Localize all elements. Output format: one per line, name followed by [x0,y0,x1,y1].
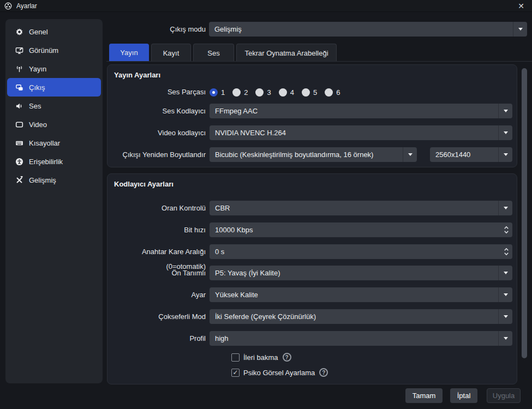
chevron-down-icon [504,272,508,274]
chevron-down-icon [504,110,508,112]
obs-logo-icon [4,2,12,10]
audio-track-radios: 1 2 3 4 5 6 [210,88,340,97]
video-encoder-select[interactable]: NVIDIA NVENC H.264 [210,125,512,140]
tab-yayin[interactable]: Yayın [109,44,149,62]
video-encoder-label: Video kodlayıcı [107,125,206,140]
sidebar-item-kisayollar[interactable]: Kısayollar [7,134,101,152]
tab-kayit[interactable]: Kayıt [151,44,191,62]
settings-window: Ayarlar ✕ Genel Görünüm Yayın Çıkış [0,0,532,409]
window-title: Ayarlar [16,2,37,10]
sidebar-item-yayin[interactable]: Yayın [7,59,101,78]
broadcast-icon [15,64,23,73]
output-mode-label: Çıkış modu [0,22,206,37]
sidebar-item-gelismis[interactable]: Gelişmiş [7,171,101,189]
preset-label: Ön Tanımlı [107,266,206,280]
profile-select[interactable]: high [210,331,512,346]
sidebar-item-label: Erişebilirlik [29,158,63,166]
rescale-label: Çıkışı Yeniden Boyutlandır [107,147,206,162]
radio-track-1[interactable]: 1 [210,88,225,97]
radio-icon [325,88,333,97]
radio-icon [302,88,310,97]
audio-encoder-select[interactable]: FFmpeg AAC [210,104,512,118]
titlebar[interactable]: Ayarlar ✕ [0,0,532,12]
radio-track-4[interactable]: 4 [279,88,294,97]
radio-icon [255,88,264,97]
output-tabs: Yayın Kayıt Ses Tekrar Oynatma Arabelleğ… [109,44,337,62]
radio-icon [232,88,241,97]
help-icon[interactable]: ? [283,353,291,362]
group-title: Yayın Ayarları [114,71,160,79]
spin-up-icon[interactable] [504,226,509,229]
sidebar-item-label: Video [29,121,47,129]
rescale-resolution-select[interactable]: 2560x1440 [430,147,512,162]
cancel-button[interactable]: İptal [450,388,477,403]
streaming-settings-group: Yayın Ayarları Ses Parçası 1 2 3 4 5 6 S… [107,64,517,167]
chevron-down-icon [408,153,413,156]
sidebar-item-video[interactable]: Video [7,115,101,134]
audio-encoder-label: Ses Kodlayıcı [107,104,206,118]
spin-up-icon[interactable] [504,248,509,251]
monitor-icon [15,120,23,129]
ok-button[interactable]: Tamam [405,388,443,403]
sidebar-item-label: Kısayollar [29,139,60,147]
radio-track-3[interactable]: 3 [255,88,271,97]
encoder-settings-group: Kodlayıcı Ayarları Oran Kontrolü CBR Bit… [107,173,517,384]
sidebar-item-label: Gelişmiş [29,176,56,184]
tools-icon [15,176,23,184]
psycho-visual-row: Psiko Görsel Ayarlama ? [231,368,328,377]
tab-pane-divider [106,61,532,62]
bitrate-stepper[interactable]: 10000 Kbps [210,222,512,237]
tuning-label: Ayar [107,287,206,302]
radio-icon [279,88,287,97]
vertical-scrollbar[interactable] [522,68,527,358]
lookahead-label: İleri bakma [243,353,278,362]
help-icon[interactable]: ? [319,368,328,377]
lookahead-checkbox[interactable] [231,353,240,362]
apply-button: Uygula [487,388,521,403]
accessibility-icon [15,157,23,166]
chevron-down-icon [504,293,508,296]
psycho-visual-label: Psiko Görsel Ayarlama [243,369,315,377]
close-icon[interactable]: ✕ [516,1,527,11]
chevron-down-icon [504,131,508,134]
bitrate-label: Bit hızı [107,222,206,237]
multipass-select[interactable]: İki Seferde (Çeyrek Çözünürlük) [210,309,512,324]
sidebar-item-cikis[interactable]: Çıkış [7,78,101,97]
tab-ses[interactable]: Ses [193,44,234,62]
tab-tekrar-oynatma[interactable]: Tekrar Oynatma Arabelleği [236,44,337,62]
sidebar-item-label: Çıkış [29,83,45,92]
chevron-down-icon [518,28,523,31]
chevron-down-icon [504,337,508,340]
sidebar-item-label: Ses [29,102,41,110]
chevron-down-icon [504,207,508,209]
rescale-filter-select[interactable]: Bicubic (Keskinleştirilmiş boyutlandırma… [210,147,417,162]
chevron-down-icon [504,153,508,156]
radio-selected-icon [210,88,218,97]
keyboard-icon [15,139,23,147]
sidebar-item-label: Yayın [29,65,46,73]
sidebar-item-gorunum[interactable]: Görünüm [7,41,101,59]
radio-track-5[interactable]: 5 [302,88,317,97]
sidebar-item-label: Görünüm [29,46,58,55]
sidebar-item-erisebilirlik[interactable]: Erişebilirlik [7,152,101,171]
chevron-down-icon [504,315,508,318]
spin-down-icon[interactable] [504,231,509,233]
rate-control-select[interactable]: CBR [210,201,512,215]
spin-down-icon[interactable] [504,252,509,255]
settings-sidebar: Genel Görünüm Yayın Çıkış Ses [5,19,103,383]
display-edit-icon [15,46,23,55]
tuning-select[interactable]: Yüksek Kalite [210,287,512,302]
speaker-icon [15,101,23,110]
audio-track-label: Ses Parçası [107,88,206,97]
rate-control-label: Oran Kontrolü [107,201,206,215]
radio-track-2[interactable]: 2 [232,88,248,97]
preset-select[interactable]: P5: Yavaş (İyi Kalite) [210,266,512,280]
profile-label: Profil [107,331,206,346]
psycho-visual-checkbox[interactable] [231,369,240,377]
radio-track-6[interactable]: 6 [325,88,340,97]
keyframe-interval-stepper[interactable]: 0 s [210,244,512,259]
lookahead-row: İleri bakma ? [231,352,291,362]
output-mode-select[interactable]: Gelişmiş [209,22,527,37]
sidebar-item-ses[interactable]: Ses [7,97,101,115]
output-screens-icon [15,83,23,92]
